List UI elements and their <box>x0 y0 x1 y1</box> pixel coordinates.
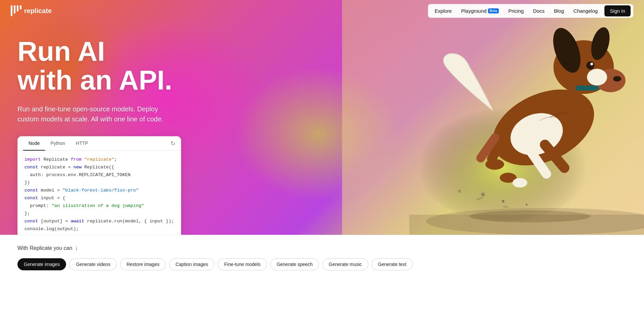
feature-pills: Generate images Generate videos Restore … <box>17 258 627 270</box>
pill-generate-music[interactable]: Generate music <box>322 258 368 270</box>
pill-generate-images[interactable]: Generate images <box>17 258 66 270</box>
pill-fine-tune-models[interactable]: Fine-tune models <box>218 258 267 270</box>
svg-rect-18 <box>575 86 599 91</box>
code-line-1: import Replicate from "replicate"; <box>24 156 174 164</box>
svg-point-13 <box>613 76 621 82</box>
code-body: import Replicate from "replicate"; const… <box>18 151 181 235</box>
code-line-7: prompt: "an illustration of a dog jumpin… <box>24 202 174 210</box>
svg-point-26 <box>481 193 485 197</box>
beta-badge: Beta <box>488 8 499 13</box>
bottom-bar: With Replicate you can ↓ Generate images… <box>0 235 644 324</box>
logo-text: replicate <box>24 7 52 15</box>
hero-section: Run AI with an API. Run and fine-tune op… <box>0 0 644 235</box>
svg-point-22 <box>513 178 527 187</box>
hero-dog-image <box>342 0 644 235</box>
code-line-6: const input = { <box>24 195 174 202</box>
pill-restore-images[interactable]: Restore images <box>120 258 166 270</box>
svg-rect-1 <box>14 5 15 13</box>
code-tabs: Node Python HTTP ↻ <box>18 137 181 151</box>
dog-svg <box>342 0 644 235</box>
code-line-2: const replicate = new Replicate({ <box>24 164 174 171</box>
svg-rect-0 <box>11 5 12 16</box>
svg-point-12 <box>587 69 607 86</box>
tab-node[interactable]: Node <box>23 137 45 151</box>
pill-generate-videos[interactable]: Generate videos <box>69 258 117 270</box>
logo-icon <box>11 5 21 16</box>
hero-title: Run AI with an API. <box>17 37 181 95</box>
pill-caption-images[interactable]: Caption images <box>169 258 214 270</box>
nav-docs[interactable]: Docs <box>529 6 548 16</box>
tab-python[interactable]: Python <box>45 137 70 151</box>
navbar: replicate Explore Playground Beta Pricin… <box>0 0 644 21</box>
navbar-links: Explore Playground Beta Pricing Docs Blo… <box>428 4 633 18</box>
nav-blog[interactable]: Blog <box>550 6 568 16</box>
refresh-icon[interactable]: ↻ <box>170 140 175 147</box>
bottom-bar-inner: With Replicate you can ↓ Generate images… <box>0 235 644 270</box>
pill-generate-speech[interactable]: Generate speech <box>270 258 319 270</box>
svg-point-14 <box>586 61 594 69</box>
nav-changelog[interactable]: Changelog <box>570 6 602 16</box>
with-replicate-label: With Replicate you can ↓ <box>17 245 627 252</box>
svg-point-27 <box>502 200 504 203</box>
nav-explore[interactable]: Explore <box>431 6 456 16</box>
svg-point-25 <box>485 159 504 170</box>
svg-point-15 <box>590 63 593 65</box>
svg-rect-2 <box>17 5 18 11</box>
nav-playground[interactable]: Playground Beta <box>457 6 503 16</box>
logo[interactable]: replicate <box>11 5 52 16</box>
hero-content: Run AI with an API. Run and fine-tune op… <box>17 37 181 235</box>
svg-point-28 <box>458 190 461 193</box>
tab-http[interactable]: HTTP <box>70 137 94 151</box>
nav-pricing[interactable]: Pricing <box>504 6 528 16</box>
hero-subtitle: Run and fine-tune open-source models. De… <box>17 104 181 124</box>
svg-rect-3 <box>20 5 21 9</box>
pill-generate-text[interactable]: Generate text <box>372 258 413 270</box>
signin-button[interactable]: Sign in <box>604 5 631 16</box>
code-line-3: auth: process.env.REPLICATE_API_TOKEN <box>24 171 174 179</box>
code-line-10: console.log(output); <box>24 225 174 233</box>
code-card: Node Python HTTP ↻ import Replicate from… <box>17 136 181 235</box>
svg-point-29 <box>526 204 528 206</box>
code-line-9: const [output] = await replicate.run(mod… <box>24 218 174 225</box>
svg-point-32 <box>470 210 590 222</box>
code-line-4: }) <box>24 179 174 187</box>
code-line-5: const model = "black-forest-labs/flux-pr… <box>24 187 174 195</box>
code-line-8: }; <box>24 210 174 218</box>
arrow-icon: ↓ <box>75 245 78 252</box>
